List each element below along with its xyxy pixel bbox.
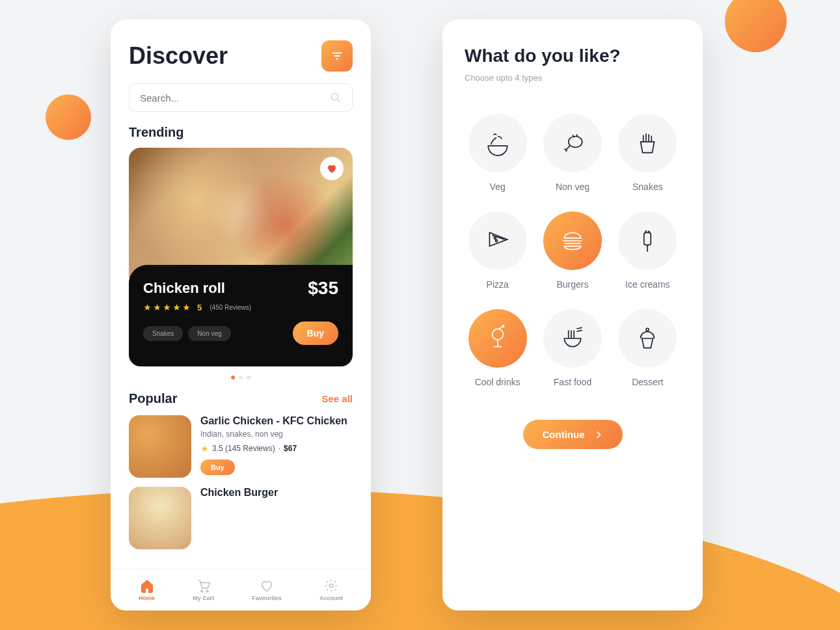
- category-burgers[interactable]: Burgers: [539, 212, 605, 290]
- icecream-icon: [634, 227, 661, 254]
- filter-button[interactable]: [321, 40, 353, 72]
- svg-point-8: [502, 325, 504, 327]
- prefs-title: What do you like?: [465, 46, 681, 66]
- category-veg[interactable]: Veg: [465, 114, 530, 192]
- filter-icon: [331, 50, 343, 62]
- category-snacks[interactable]: Snakes: [615, 114, 681, 192]
- chevron-right-icon: [594, 430, 603, 439]
- continue-button[interactable]: Continue: [523, 420, 623, 449]
- category-dessert[interactable]: Dessert: [615, 309, 681, 387]
- preferences-screen: What do you like? Choose upto 4 types Ve…: [442, 20, 703, 610]
- category-label: Veg: [490, 182, 506, 192]
- food-thumbnail: [129, 487, 191, 549]
- veg-icon: [484, 130, 511, 157]
- rating-value: 5: [197, 303, 202, 312]
- svg-point-9: [646, 328, 649, 331]
- favourite-button[interactable]: [320, 157, 344, 180]
- item-price: $67: [284, 444, 297, 453]
- star-icon: [200, 445, 209, 453]
- category-label: Snakes: [632, 182, 663, 192]
- see-all-link[interactable]: See all: [321, 393, 353, 404]
- buy-button[interactable]: Buy: [293, 322, 338, 345]
- tab-label: Favourites: [252, 595, 282, 601]
- food-image: [129, 148, 353, 278]
- pizza-icon: [484, 227, 511, 254]
- tab-label: Home: [139, 595, 155, 601]
- category-pizza[interactable]: Pizza: [465, 212, 530, 290]
- category-fastfood[interactable]: Fast food: [539, 309, 605, 387]
- reviews-count: (450 Reviews): [210, 304, 251, 311]
- category-label: Fast food: [554, 377, 591, 387]
- list-item[interactable]: Chicken Burger: [129, 487, 353, 549]
- category-drinks[interactable]: Cool drinks: [465, 309, 530, 387]
- svg-point-5: [494, 237, 496, 239]
- category-icecreams[interactable]: Ice creams: [615, 212, 681, 290]
- item-name: Chicken Burger: [200, 487, 353, 499]
- prefs-subtitle: Choose upto 4 types: [465, 73, 681, 83]
- svg-point-3: [329, 584, 333, 588]
- card-name: Chicken roll: [143, 280, 225, 297]
- search-input-wrapper[interactable]: [129, 83, 353, 112]
- tab-label: My Cart: [193, 595, 214, 601]
- svg-point-0: [331, 93, 338, 100]
- svg-point-4: [569, 137, 582, 148]
- search-input[interactable]: [140, 92, 330, 103]
- item-name: Garlic Chicken - KFC Chicken: [200, 415, 353, 427]
- dot-active[interactable]: [231, 376, 235, 379]
- cart-icon: [196, 579, 211, 593]
- svg-point-6: [495, 240, 497, 241]
- svg-rect-7: [644, 232, 651, 245]
- gear-icon: [324, 579, 338, 593]
- cupcake-icon: [634, 325, 661, 352]
- discover-screen: Discover Trending Chicken roll $35: [111, 20, 371, 610]
- tab-cart[interactable]: My Cart: [193, 579, 214, 601]
- svg-point-1: [201, 590, 203, 592]
- food-thumbnail: [129, 415, 191, 478]
- tab-home[interactable]: Home: [139, 579, 155, 601]
- list-item[interactable]: Garlic Chicken - KFC Chicken Indian, sna…: [129, 415, 353, 478]
- meat-icon: [559, 130, 586, 157]
- tag: Non veg: [188, 326, 230, 341]
- category-label: Pizza: [487, 279, 509, 290]
- continue-label: Continue: [543, 429, 585, 440]
- rating-stars: [143, 303, 191, 312]
- heart-icon: [260, 579, 274, 593]
- dot[interactable]: [239, 376, 243, 379]
- category-label: Non veg: [556, 182, 589, 192]
- item-categories: Indian, snakes, non veg: [200, 430, 353, 439]
- item-rating: 3.5 (145 Reviews): [212, 444, 275, 453]
- popular-title: Popular: [129, 391, 177, 406]
- dot[interactable]: [247, 376, 251, 379]
- tab-bar: Home My Cart Favourites Account: [111, 569, 371, 610]
- tag: Snakes: [143, 326, 183, 341]
- tab-account[interactable]: Account: [319, 579, 343, 601]
- buy-button[interactable]: Buy: [200, 459, 235, 475]
- trending-title: Trending: [129, 125, 353, 140]
- drink-icon: [484, 325, 511, 352]
- category-label: Ice creams: [625, 279, 670, 290]
- tab-label: Account: [319, 595, 343, 601]
- trending-card[interactable]: Chicken roll $35 5 (450 Reviews): [129, 148, 353, 366]
- noodles-icon: [559, 325, 586, 352]
- category-label: Dessert: [632, 377, 663, 387]
- category-label: Cool drinks: [475, 377, 521, 387]
- category-nonveg[interactable]: Non veg: [539, 114, 605, 192]
- page-title: Discover: [129, 42, 228, 70]
- heart-icon: [326, 163, 338, 174]
- card-price: $35: [308, 278, 338, 299]
- tab-favourites[interactable]: Favourites: [252, 579, 282, 601]
- burger-icon: [559, 227, 586, 254]
- search-icon: [330, 92, 342, 103]
- home-icon: [140, 579, 154, 593]
- category-label: Burgers: [556, 279, 588, 290]
- svg-point-2: [206, 590, 208, 592]
- carousel-indicator[interactable]: [111, 376, 371, 379]
- fries-icon: [634, 130, 661, 157]
